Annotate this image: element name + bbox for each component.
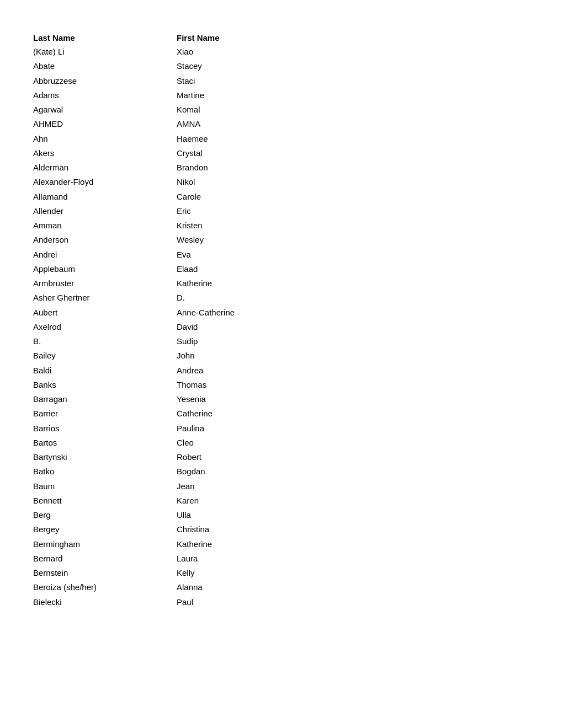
- cell-last-name: Bernstein: [33, 566, 177, 580]
- cell-first-name: Stacey: [177, 59, 342, 73]
- table-row: AldermanBrandon: [33, 160, 530, 175]
- cell-first-name: Yesenia: [177, 392, 342, 406]
- table-row: BieleckiPaul: [33, 595, 530, 609]
- cell-first-name: Sudip: [177, 334, 342, 349]
- table-row: AdamsMartine: [33, 88, 530, 103]
- cell-last-name: Bergey: [33, 522, 177, 537]
- cell-last-name: AHMED: [33, 117, 177, 131]
- cell-first-name: Anne-Catherine: [177, 306, 342, 320]
- table-row: AHMEDAMNA: [33, 117, 530, 131]
- last-name-header: Last Name: [33, 33, 177, 42]
- table-row: (Kate) LiXiao: [33, 45, 530, 59]
- cell-last-name: Bielecki: [33, 595, 177, 609]
- cell-last-name: Bartos: [33, 436, 177, 450]
- cell-last-name: Allender: [33, 204, 177, 218]
- table-row: BarrierCatherine: [33, 406, 530, 421]
- cell-last-name: Abbruzzese: [33, 74, 177, 88]
- table-row: BernsteinKelly: [33, 566, 530, 580]
- cell-last-name: Berg: [33, 508, 177, 522]
- cell-first-name: Jean: [177, 479, 342, 494]
- cell-last-name: Beroiza (she/her): [33, 580, 177, 595]
- cell-last-name: B.: [33, 334, 177, 349]
- table-row: AubertAnne-Catherine: [33, 306, 530, 320]
- cell-last-name: Alexander-Floyd: [33, 175, 177, 189]
- cell-last-name: Ahn: [33, 132, 177, 146]
- cell-last-name: Akers: [33, 146, 177, 160]
- cell-first-name: Paulina: [177, 421, 342, 436]
- cell-first-name: Brandon: [177, 160, 342, 175]
- table-row: AmmanKristen: [33, 218, 530, 233]
- cell-first-name: Carole: [177, 190, 342, 204]
- cell-first-name: Catherine: [177, 406, 342, 421]
- cell-first-name: AMNA: [177, 117, 342, 131]
- cell-first-name: Xiao: [177, 45, 342, 59]
- cell-first-name: Katherine: [177, 537, 342, 552]
- cell-last-name: Andrei: [33, 248, 177, 262]
- table-row: Beroiza (she/her)Alanna: [33, 580, 530, 595]
- cell-first-name: Katherine: [177, 276, 342, 291]
- cell-last-name: Axelrod: [33, 320, 177, 334]
- cell-first-name: David: [177, 320, 342, 334]
- cell-first-name: Alanna: [177, 580, 342, 595]
- table-row: AbbruzzeseStaci: [33, 74, 530, 88]
- cell-first-name: Elaad: [177, 262, 342, 276]
- cell-last-name: Allamand: [33, 190, 177, 204]
- cell-last-name: Banks: [33, 378, 177, 392]
- cell-last-name: Anderson: [33, 233, 177, 247]
- cell-first-name: Martine: [177, 88, 342, 103]
- table-row: AxelrodDavid: [33, 320, 530, 334]
- table-row: BartosCleo: [33, 436, 530, 450]
- cell-first-name: Bogdan: [177, 464, 342, 479]
- table-row: AllenderEric: [33, 204, 530, 218]
- table-row: AgarwalKomal: [33, 103, 530, 117]
- cell-first-name: Eric: [177, 204, 342, 218]
- table-row: BergeyChristina: [33, 522, 530, 537]
- cell-last-name: Armbruster: [33, 276, 177, 291]
- cell-first-name: Staci: [177, 74, 342, 88]
- cell-first-name: D.: [177, 291, 342, 305]
- cell-first-name: Kristen: [177, 218, 342, 233]
- cell-last-name: Amman: [33, 218, 177, 233]
- cell-last-name: Baldi: [33, 363, 177, 378]
- cell-first-name: Christina: [177, 522, 342, 537]
- cell-first-name: Ulla: [177, 508, 342, 522]
- table-row: BernardLaura: [33, 552, 530, 566]
- cell-first-name: Andrea: [177, 363, 342, 378]
- table-row: BaumJean: [33, 479, 530, 494]
- cell-first-name: Haemee: [177, 132, 342, 146]
- cell-first-name: Robert: [177, 450, 342, 464]
- table-row: ArmbrusterKatherine: [33, 276, 530, 291]
- cell-first-name: Eva: [177, 248, 342, 262]
- table-row: AllamandCarole: [33, 190, 530, 204]
- table-header: Last Name First Name: [33, 33, 530, 42]
- cell-last-name: Barragan: [33, 392, 177, 406]
- table-row: BanksThomas: [33, 378, 530, 392]
- table-row: BatkoBogdan: [33, 464, 530, 479]
- cell-first-name: John: [177, 349, 342, 363]
- cell-last-name: (Kate) Li: [33, 45, 177, 59]
- table-row: Alexander-FloydNikol: [33, 175, 530, 189]
- cell-last-name: Aubert: [33, 306, 177, 320]
- table-row: BartynskiRobert: [33, 450, 530, 464]
- cell-last-name: Baum: [33, 479, 177, 494]
- cell-first-name: Laura: [177, 552, 342, 566]
- cell-last-name: Batko: [33, 464, 177, 479]
- cell-last-name: Alderman: [33, 160, 177, 175]
- cell-first-name: Wesley: [177, 233, 342, 247]
- cell-first-name: Thomas: [177, 378, 342, 392]
- first-name-header: First Name: [177, 33, 342, 42]
- cell-last-name: Bartynski: [33, 450, 177, 464]
- table-row: BergUlla: [33, 508, 530, 522]
- table-body: (Kate) LiXiaoAbateStaceyAbbruzzeseStaciA…: [33, 45, 530, 609]
- table-row: BarriosPaulina: [33, 421, 530, 436]
- table-row: AndersonWesley: [33, 233, 530, 247]
- cell-last-name: Applebaum: [33, 262, 177, 276]
- cell-last-name: Barrios: [33, 421, 177, 436]
- names-table: Last Name First Name (Kate) LiXiaoAbateS…: [33, 33, 530, 609]
- cell-first-name: Paul: [177, 595, 342, 609]
- table-row: Asher GhertnerD.: [33, 291, 530, 305]
- table-row: AbateStacey: [33, 59, 530, 73]
- cell-first-name: Karen: [177, 494, 342, 508]
- cell-first-name: Kelly: [177, 566, 342, 580]
- table-row: AkersCrystal: [33, 146, 530, 160]
